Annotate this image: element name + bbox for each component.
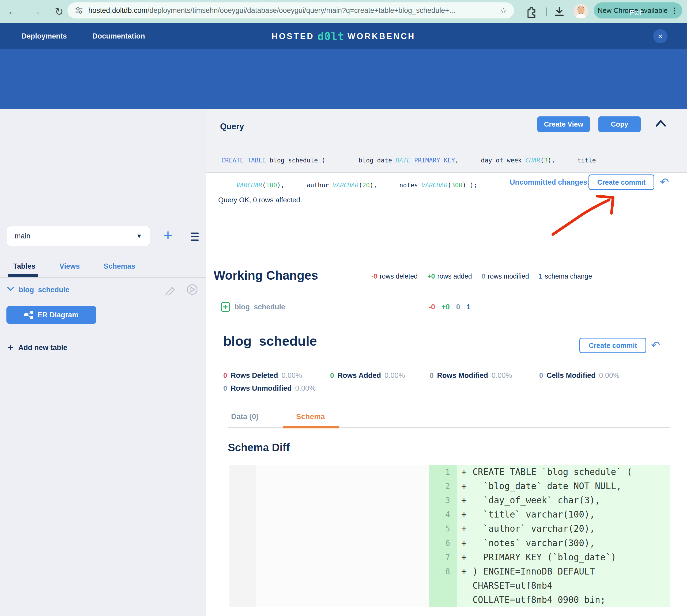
run-table-icon[interactable] (186, 284, 198, 295)
er-diagram-button[interactable]: ER Diagram (6, 306, 96, 324)
diff-code-text: `blog_date` date NOT NULL, (473, 481, 621, 491)
diff-row: 4 + `title` varchar(100), (429, 507, 670, 522)
close-icon[interactable]: × (653, 29, 667, 43)
sql-token: 3 (544, 157, 548, 164)
diff-row: COLLATE=utf8mb4_0900_bin; (429, 593, 670, 607)
chevron-down-icon[interactable] (7, 287, 14, 291)
stat-item: -0 rows deleted (371, 272, 418, 280)
diff-row: 6 + `notes` varchar(300), (429, 536, 670, 550)
active-sidebar-tab-indicator (8, 274, 38, 277)
downloads-icon[interactable] (553, 5, 565, 18)
diff-add-sign: + (457, 509, 473, 520)
diff-line-number: 2 (429, 479, 457, 493)
diff-code-text: COLLATE=utf8mb4_0900_bin; (473, 595, 606, 605)
sql-token: ), title (548, 157, 596, 164)
branch-selector[interactable]: main ▼ (7, 226, 150, 246)
sql-token: DATE (396, 157, 410, 164)
diff-add-sign: + (457, 538, 473, 548)
sql-token: ( (540, 157, 544, 164)
changed-table-name[interactable]: blog_schedule (235, 303, 285, 311)
branch-menu-icon[interactable] (191, 233, 199, 243)
browser-toolbar: ← → ↻ hosted.doltdb.com/deployments/tims… (0, 0, 687, 23)
toolbar-divider (546, 7, 547, 16)
sql-token: PRIMARY KEY (414, 157, 455, 164)
profile-avatar[interactable] (574, 4, 588, 19)
count-value: +0 (442, 303, 450, 311)
diff-row: 1 + CREATE TABLE `blog_schedule` ( (429, 465, 670, 479)
sidebar-tab-tables[interactable]: Tables (13, 262, 36, 270)
diff-line-number: 5 (429, 522, 457, 536)
sql-token (221, 182, 236, 189)
divider (214, 292, 682, 292)
diff-new-side: 1 + CREATE TABLE `blog_schedule` ( 2 + `… (429, 465, 670, 607)
query-result-message: Query OK, 0 rows affected. (218, 196, 302, 204)
active-tab-indicator (283, 426, 339, 428)
plus-icon: + (7, 343, 14, 353)
copy-button[interactable]: Copy (598, 116, 641, 132)
table-stat: 0 Rows Unmodified 0.00% (223, 384, 316, 393)
hosted-dolt-workbench-window: ← → ↻ hosted.doltdb.com/deployments/tims… (0, 0, 687, 616)
stat-item: 1 schema change (539, 272, 592, 280)
diff-add-sign: + (457, 467, 473, 477)
diff-code-text: `title` varchar(100), (473, 509, 595, 520)
sql-token: CREATE TABLE (221, 157, 266, 164)
collapse-query-icon[interactable] (656, 120, 666, 127)
diff-line-number: 1 (429, 465, 457, 479)
tab-data[interactable]: Data (0) (231, 412, 259, 421)
create-commit-button-table[interactable]: Create commit (579, 338, 646, 353)
diff-code-text: `author` varchar(20), (473, 523, 595, 534)
diff-code-text: PRIMARY KEY (`blog_date`) (473, 552, 616, 563)
schema-diff-title: Schema Diff (228, 442, 290, 454)
schema-diff: 1 + CREATE TABLE `blog_schedule` ( 2 + `… (230, 465, 670, 607)
discard-changes-icon[interactable]: ↶ (651, 340, 660, 351)
caret-down-icon: ▼ (136, 233, 142, 240)
sql-token: ( (359, 182, 362, 189)
sql-token: ( (448, 182, 451, 189)
add-new-table-button[interactable]: + Add new table (7, 343, 67, 353)
sidebar-table-blog-schedule[interactable]: blog_schedule (19, 286, 69, 294)
stat-item: 0 rows modified (482, 272, 529, 280)
diff-add-sign: + (457, 566, 473, 577)
diff-code-text: CHARSET=utf8mb4 (473, 580, 552, 591)
sql-token: 20 (362, 182, 370, 189)
diff-code-text: ) ENGINE=InnoDB DEFAULT (473, 566, 595, 577)
bookmark-star-icon[interactable]: ☆ (500, 6, 507, 15)
table-stat: 0 Rows Modified 0.00% (430, 371, 512, 380)
url-text: hosted.doltdb.com/deployments/timsehn/oo… (88, 6, 455, 15)
changed-table-counts: -0+001 (429, 303, 471, 311)
tab-schema[interactable]: Schema (296, 412, 325, 421)
diff-row: CHARSET=utf8mb4 (429, 578, 670, 593)
browser-back-icon[interactable]: ← (7, 7, 17, 16)
count-value: -0 (429, 303, 435, 311)
extensions-icon[interactable] (525, 5, 538, 18)
divider (0, 277, 206, 278)
sidebar-tab-views[interactable]: Views (60, 262, 80, 270)
create-view-button[interactable]: Create View (537, 116, 590, 132)
address-bar[interactable]: hosted.doltdb.com/deployments/timsehn/oo… (67, 2, 514, 19)
table-stat: 0 Cells Modified 0.00% (539, 371, 620, 380)
new-branch-icon[interactable]: + (163, 227, 173, 243)
diff-line-number: 3 (429, 493, 457, 507)
diff-row: 5 + `author` varchar(20), (429, 522, 670, 536)
added-table-icon (221, 302, 230, 312)
discard-changes-icon[interactable]: ↶ (660, 177, 669, 187)
table-section-title: blog_schedule (223, 333, 317, 349)
sql-token: 100 (266, 182, 277, 189)
create-commit-button[interactable]: Create commit (588, 174, 654, 190)
diff-add-sign: + (457, 523, 473, 534)
browser-menu-icon[interactable]: ⋮ (671, 6, 679, 15)
query-title: Query (220, 122, 244, 131)
site-settings-icon[interactable] (74, 6, 84, 15)
count-value: 0 (456, 303, 460, 311)
diff-row: 2 + `blog_date` date NOT NULL, (429, 479, 670, 493)
sql-token: ) ); (463, 182, 477, 189)
sql-token: VARCHAR (422, 182, 448, 189)
diff-code-text: CREATE TABLE `blog_schedule` ( (473, 467, 632, 477)
diff-code-text: `day_of_week` char(3), (473, 495, 600, 505)
browser-reload-icon[interactable]: ↻ (55, 7, 63, 17)
browser-forward-icon[interactable]: → (31, 7, 41, 16)
sidebar-tab-schemas[interactable]: Schemas (104, 262, 135, 270)
exit-link[interactable]: Exit (630, 9, 642, 17)
edit-table-icon[interactable] (165, 284, 176, 295)
diff-line-number: 6 (429, 536, 457, 550)
